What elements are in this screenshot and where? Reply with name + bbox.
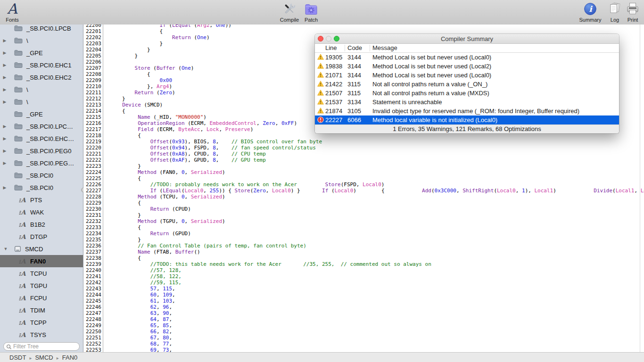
editor-scrollbar-track[interactable]	[640, 25, 640, 352]
code-line[interactable]: 61, 103,	[107, 298, 644, 304]
sidebar-item-tsys[interactable]: ATSYS	[0, 329, 83, 341]
disclosure-triangle[interactable]: ▶	[1, 75, 8, 80]
sidebar-item-sbpci0peg[interactable]: ▶_SB.PCI0.PEG…	[0, 157, 83, 169]
sidebar-item-sbpci0[interactable]: ▶_SB.PCI0	[0, 181, 83, 194]
disclosure-triangle[interactable]: ▶	[1, 87, 8, 92]
code-line[interactable]: Offset(0xAF), GPUD, 8, // GPU temp	[107, 157, 644, 163]
code-line[interactable]: //TODO: probably needs work to work on t…	[107, 181, 644, 188]
code-line[interactable]: 68, 77,	[107, 341, 644, 347]
code-line[interactable]: {	[107, 255, 644, 261]
disclosure-triangle[interactable]: ▶	[1, 185, 8, 190]
sidebar-item-sbpci0lpc[interactable]: ▶_SB.PCI0.LPC…	[0, 120, 83, 132]
code-line[interactable]: 69, 73,	[107, 347, 644, 352]
code-line[interactable]: Method (FAN0, 0, Serialized)	[107, 169, 644, 175]
code-line[interactable]: //57, 128,	[107, 267, 644, 273]
close-button[interactable]	[318, 36, 323, 41]
code-token: }	[107, 41, 163, 47]
sidebar-item-fcpu[interactable]: AFCPU	[0, 292, 83, 304]
sidebar-item-pts[interactable]: APTS	[0, 194, 83, 206]
sidebar-item-root[interactable]: ▶\	[0, 83, 83, 96]
print-button[interactable]: Print	[618, 1, 644, 23]
code-line[interactable]: Return (CPUD)	[107, 206, 644, 212]
breadcrumb-item[interactable]: SMCD	[35, 354, 53, 361]
sidebar-item-sbpci0peg0[interactable]: ▶_SB.PCI0.PEG0	[0, 145, 83, 157]
code-line[interactable]: If (LEqual(Local0, 255)) { Store(Zero, L…	[107, 188, 644, 194]
sidebar-item-sbpci0lpcb[interactable]: _SB.PCI0.LPCB	[0, 25, 83, 34]
sidebar-item-gpe[interactable]: _GPE	[0, 108, 83, 120]
disclosure-triangle[interactable]: ▶	[1, 63, 8, 67]
sidebar-item-fan0[interactable]: AFAN0	[0, 255, 83, 267]
summary-row[interactable]: 222276066Method local variable is not in…	[315, 115, 619, 124]
summary-row[interactable]: 198383144Method Local is set but never u…	[315, 62, 619, 71]
summary-row[interactable]: 215073115Not all control paths return a …	[315, 89, 619, 98]
sidebar-item-gpe[interactable]: ▶_GPE	[0, 47, 83, 59]
breadcrumb-item[interactable]: FAN0	[62, 354, 78, 361]
sidebar-item-b1b2[interactable]: AB1B2	[0, 218, 83, 230]
code-line[interactable]: //58, 122,	[107, 273, 644, 280]
column-header-line[interactable]: Line	[325, 44, 337, 51]
code-line[interactable]: {	[107, 224, 644, 230]
sidebar-item-dtgp[interactable]: ADTGP	[0, 230, 83, 243]
sidebar-item-wak[interactable]: AWAK	[0, 206, 83, 218]
code-line[interactable]: 60, 109,	[107, 292, 644, 298]
minimize-button[interactable]	[326, 36, 331, 41]
code-line[interactable]: 63, 90,	[107, 310, 644, 316]
summary-row[interactable]: 215373134Statement is unreachable	[315, 98, 619, 107]
sidebar-item-sbpci0ehc1[interactable]: ▶_SB.PCI0.EHC1	[0, 59, 83, 71]
code-token: {	[107, 200, 141, 206]
code-line[interactable]: 64, 87,	[107, 316, 644, 322]
summary-row[interactable]: 210713144Method Local is set but never u…	[315, 71, 619, 80]
patch-button[interactable]: Patch	[296, 1, 326, 23]
sidebar-item-sbpci0ehc[interactable]: ▶_SB.PCI0.EHC…	[0, 132, 83, 145]
code-line[interactable]: Name (FTAB, Buffer()	[107, 249, 644, 255]
disclosure-triangle[interactable]: ▼	[2, 247, 9, 251]
disclosure-triangle[interactable]: ▶	[1, 38, 8, 43]
code-line[interactable]: Offset(0x94), FSPD, 8, // fan speed cont…	[107, 145, 644, 151]
sidebar-item-tgpu[interactable]: ATGPU	[0, 280, 83, 292]
breadcrumb-item[interactable]: DSDT	[9, 354, 26, 361]
fonts-button[interactable]: A Fonts	[0, 1, 27, 23]
sidebar-item-tdim[interactable]: ATDIM	[0, 304, 83, 316]
disclosure-triangle[interactable]: ▶	[1, 124, 8, 129]
code-line[interactable]: Method (TCPU, 0, Serialized)	[107, 194, 644, 200]
code-line[interactable]: 66, 82,	[107, 329, 644, 335]
code-line[interactable]: }	[107, 212, 644, 218]
code-line[interactable]: }	[107, 237, 644, 243]
disclosure-triangle[interactable]: ▶	[1, 99, 8, 104]
code-line[interactable]: Offset(0xA8), CPUD, 8, // CPU temp	[107, 151, 644, 157]
summary-row[interactable]: 193053144Method Local is set but never u…	[315, 53, 619, 62]
code-line[interactable]: //TODO: this table needs work for the Ac…	[107, 261, 644, 267]
zoom-button[interactable]	[334, 36, 339, 41]
code-line[interactable]: Offset(0x93), BIOS, 8, // BIOS control o…	[107, 139, 644, 145]
sidebar-item-root[interactable]: ▶\	[0, 34, 83, 47]
code-line[interactable]: {	[107, 175, 644, 181]
sidebar-item-tcpp[interactable]: ATCPP	[0, 316, 83, 329]
column-header-message[interactable]: Message	[372, 44, 397, 51]
sidebar-item-sbpci0[interactable]: _SB.PCI0	[0, 169, 83, 181]
disclosure-triangle[interactable]: ▶	[1, 50, 8, 55]
sidebar-item-root[interactable]: ▶\	[0, 96, 83, 108]
sidebar-item-smcd[interactable]: ▼SMCD	[0, 243, 83, 255]
disclosure-triangle[interactable]: ▶	[1, 148, 8, 153]
disclosure-triangle[interactable]: ▶	[1, 136, 8, 141]
column-header-code[interactable]: Code	[347, 44, 362, 51]
code-line[interactable]: Return (GPUD)	[107, 230, 644, 237]
disclosure-triangle[interactable]: ▶	[1, 161, 8, 165]
code-line[interactable]: Method (TGPU, 0, Serialized)	[107, 218, 644, 224]
code-line[interactable]: {	[107, 200, 644, 206]
summary-table-header[interactable]: Line Code Message	[315, 44, 619, 53]
code-line[interactable]: 62, 96,	[107, 304, 644, 310]
summary-row[interactable]: 214223115Not all control paths return a …	[315, 80, 619, 89]
code-line[interactable]: //59, 115,	[107, 280, 644, 286]
filter-tree-input[interactable]	[3, 342, 80, 351]
code-line[interactable]: 57, 115,	[107, 286, 644, 292]
sidebar-item-sbpci0ehc2[interactable]: ▶_SB.PCI0.EHC2	[0, 71, 83, 83]
sidebar-item-tcpu[interactable]: ATCPU	[0, 267, 83, 280]
code-line[interactable]: // Fan Control Table (pairs of temp, fan…	[107, 243, 644, 249]
summary-row[interactable]: 218743105Invalid object type for reserve…	[315, 107, 619, 115]
code-line[interactable]: 65, 85,	[107, 322, 644, 329]
code-line[interactable]: 67, 80,	[107, 335, 644, 341]
code-line[interactable]: If (LEqual (Arg2, One))	[107, 25, 644, 28]
code-line[interactable]: }	[107, 163, 644, 169]
summary-window-titlebar[interactable]: Compiler Summary	[315, 34, 619, 44]
